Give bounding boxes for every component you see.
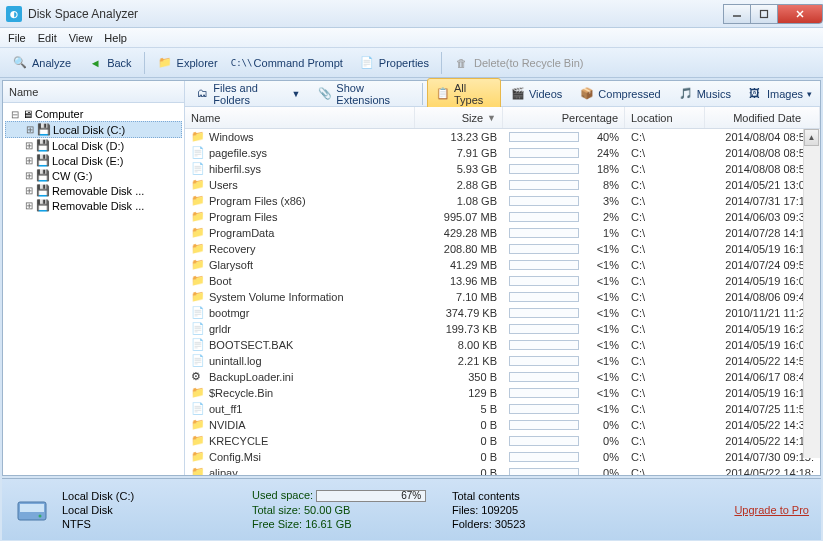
upgrade-link[interactable]: Upgrade to Pro	[734, 504, 809, 516]
filter-label: Files and Folders	[213, 82, 287, 106]
collapse-icon[interactable]: ⊟	[9, 109, 20, 120]
pct-bar	[509, 340, 579, 350]
col-location[interactable]: Location	[625, 107, 705, 128]
table-row[interactable]: 📄out_ff15 B<1%C:\2014/07/25 11:56:	[185, 401, 820, 417]
maximize-button[interactable]	[750, 4, 778, 24]
col-percentage[interactable]: Percentage	[503, 107, 625, 128]
menu-view[interactable]: View	[69, 32, 93, 44]
file-name: unintall.log	[209, 355, 262, 367]
pct-bar	[509, 404, 579, 414]
table-row[interactable]: 📁Program Files995.07 MB2%C:\2014/06/03 0…	[185, 209, 820, 225]
free-size-label: Free Size:	[252, 518, 302, 530]
close-button[interactable]	[777, 4, 823, 24]
folder-icon: 📁	[191, 178, 205, 192]
file-size: 0 B	[415, 417, 503, 433]
expand-icon[interactable]: ⊞	[23, 185, 34, 196]
tree-drive-item[interactable]: ⊞💾 Local Disk (C:)	[5, 121, 182, 138]
filter-show-extensions[interactable]: 📎Show Extensions	[310, 79, 418, 109]
cmd-icon: C:\\	[234, 55, 250, 71]
table-row[interactable]: 📁KRECYCLE0 B0%C:\2014/05/22 14:18:	[185, 433, 820, 449]
file-icon: 📄	[191, 322, 205, 336]
list-body: 📁Windows13.23 GB40%C:\2014/08/04 08:51:📄…	[185, 129, 820, 475]
drive-label: Local Disk (D:)	[52, 140, 124, 152]
table-row[interactable]: 📁Users2.88 GB8%C:\2014/05/21 13:04:	[185, 177, 820, 193]
table-row[interactable]: 📁ProgramData429.28 MB1%C:\2014/07/28 14:…	[185, 225, 820, 241]
files-count: 109205	[481, 504, 518, 516]
status-filesystem: NTFS	[62, 518, 252, 530]
command-prompt-button[interactable]: C:\\Command Prompt	[228, 52, 349, 74]
delete-button[interactable]: 🗑Delete(to Recycle Bin)	[448, 52, 589, 74]
tree-drive-item[interactable]: ⊞💾 Removable Disk ...	[5, 183, 182, 198]
file-size: 199.73 KB	[415, 321, 503, 337]
table-row[interactable]: 📁Glarysoft41.29 MB<1%C:\2014/07/24 09:56…	[185, 257, 820, 273]
menu-file[interactable]: File	[8, 32, 26, 44]
folder-icon: 📁	[191, 130, 205, 144]
table-row[interactable]: 📄pagefile.sys7.91 GB24%C:\2014/08/08 08:…	[185, 145, 820, 161]
table-row[interactable]: 📁Config.Msi0 B0%C:\2014/07/30 09:15:	[185, 449, 820, 465]
explorer-button[interactable]: 📁Explorer	[151, 52, 224, 74]
file-size: 2.21 KB	[415, 353, 503, 369]
expand-icon[interactable]: ⊞	[23, 140, 34, 151]
used-space-label: Used space:	[252, 489, 313, 501]
tree-drive-item[interactable]: ⊞💾 Removable Disk ...	[5, 198, 182, 213]
file-location: C:\	[625, 129, 705, 145]
filter-label: Videos	[529, 88, 562, 100]
col-name[interactable]: Name	[185, 107, 415, 128]
expand-icon[interactable]: ⊞	[23, 155, 34, 166]
tree-drive-item[interactable]: ⊞💾 Local Disk (D:)	[5, 138, 182, 153]
table-row[interactable]: 📄bootmgr374.79 KB<1%C:\2010/11/21 11:23:	[185, 305, 820, 321]
pct-bar	[509, 180, 579, 190]
drive-label: Local Disk (E:)	[52, 155, 124, 167]
table-row[interactable]: 📁Program Files (x86)1.08 GB3%C:\2014/07/…	[185, 193, 820, 209]
minimize-button[interactable]	[723, 4, 751, 24]
menu-help[interactable]: Help	[104, 32, 127, 44]
filter-files-folders[interactable]: 🗂Files and Folders▼	[189, 79, 308, 109]
file-location: C:\	[625, 305, 705, 321]
properties-icon: 📄	[359, 55, 375, 71]
table-row[interactable]: ⚙BackupLoader.ini350 B<1%C:\2014/06/17 0…	[185, 369, 820, 385]
filter-compressed[interactable]: 📦Compressed	[572, 84, 668, 104]
filter-all-types[interactable]: 📋All Types	[427, 78, 501, 110]
disk-icon	[14, 492, 50, 528]
col-modified-date[interactable]: Modified Date	[705, 107, 820, 128]
table-row[interactable]: 📁Boot13.96 MB<1%C:\2014/05/19 16:09:	[185, 273, 820, 289]
content: Name ⊟ 🖥 Computer ⊞💾 Local Disk (C:)⊞💾 L…	[2, 80, 821, 476]
titlebar: ◐ Disk Space Analyzer	[0, 0, 823, 28]
used-space-bar: 67%	[316, 490, 426, 502]
app-icon: ◐	[6, 6, 22, 22]
table-row[interactable]: 📁Recovery208.80 MB<1%C:\2014/05/19 16:17…	[185, 241, 820, 257]
table-row[interactable]: 📁Windows13.23 GB40%C:\2014/08/04 08:51:	[185, 129, 820, 145]
filter-videos[interactable]: 🎬Videos	[503, 84, 570, 104]
expand-icon[interactable]: ⊞	[23, 200, 34, 211]
file-location: C:\	[625, 209, 705, 225]
table-row[interactable]: 📁System Volume Information7.10 MB<1%C:\2…	[185, 289, 820, 305]
vertical-scrollbar[interactable]: ▲	[803, 129, 820, 458]
table-row[interactable]: 📄BOOTSECT.BAK8.00 KB<1%C:\2014/05/19 16:…	[185, 337, 820, 353]
tree-drive-item[interactable]: ⊞💾 CW (G:)	[5, 168, 182, 183]
drive-label: CW (G:)	[52, 170, 92, 182]
expand-icon[interactable]: ⊞	[24, 124, 35, 135]
expand-icon[interactable]: ⊞	[23, 170, 34, 181]
table-row[interactable]: 📁$Recycle.Bin129 B<1%C:\2014/05/19 16:17…	[185, 385, 820, 401]
filter-bar: 🗂Files and Folders▼ 📎Show Extensions 📋Al…	[185, 81, 820, 107]
filter-images[interactable]: 🖼Images▾	[741, 84, 820, 104]
file-size: 374.79 KB	[415, 305, 503, 321]
back-button[interactable]: ◄Back	[81, 52, 137, 74]
table-row[interactable]: 📄unintall.log2.21 KB<1%C:\2014/05/22 14:…	[185, 353, 820, 369]
properties-button[interactable]: 📄Properties	[353, 52, 435, 74]
statusbar: Local Disk (C:) Local Disk NTFS Used spa…	[2, 478, 821, 540]
tree-root[interactable]: ⊟ 🖥 Computer	[5, 107, 182, 121]
files-icon: 🗂	[197, 87, 209, 101]
pct-bar	[509, 228, 579, 238]
col-size[interactable]: Size▼	[415, 107, 503, 128]
file-size: 0 B	[415, 449, 503, 465]
menu-edit[interactable]: Edit	[38, 32, 57, 44]
filter-musics[interactable]: 🎵Musics	[671, 84, 739, 104]
table-row[interactable]: 📄hiberfil.sys5.93 GB18%C:\2014/08/08 08:…	[185, 161, 820, 177]
table-row[interactable]: 📁alipay0 B0%C:\2014/05/22 14:18:	[185, 465, 820, 475]
analyze-button[interactable]: 🔍Analyze	[6, 52, 77, 74]
table-row[interactable]: 📁NVIDIA0 B0%C:\2014/05/22 14:36:	[185, 417, 820, 433]
table-row[interactable]: 📄grldr199.73 KB<1%C:\2014/05/19 16:28:	[185, 321, 820, 337]
scroll-up-button[interactable]: ▲	[804, 129, 819, 146]
tree-drive-item[interactable]: ⊞💾 Local Disk (E:)	[5, 153, 182, 168]
